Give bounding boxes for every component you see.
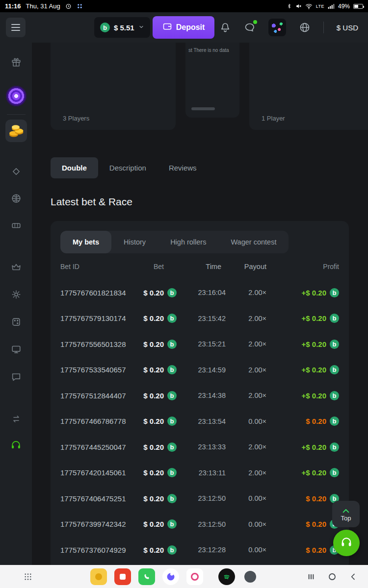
bet-profit: +$ 0.20b: [266, 468, 339, 477]
language-globe-icon[interactable]: [299, 22, 311, 33]
bet-profit: $ 0.20b: [266, 545, 339, 555]
tab-description[interactable]: Description: [98, 157, 158, 178]
avatar[interactable]: [268, 19, 286, 36]
sidebar-item-double-game[interactable]: [5, 85, 27, 107]
tab-double[interactable]: Double: [51, 157, 98, 178]
table-row: 1775767406475251 $ 0.20b 23:12:50 0.00× …: [60, 486, 339, 512]
tab-wager-contest[interactable]: Wager contest: [218, 231, 289, 253]
basketball-icon: [11, 193, 22, 206]
main-content: 3 Players st There is no data 1 Player D…: [32, 43, 368, 565]
bet-profit: $ 0.20b: [266, 519, 339, 529]
app-icon-1[interactable]: [90, 568, 107, 585]
tab-reviews[interactable]: Reviews: [158, 157, 208, 178]
coin-icon: b: [330, 314, 339, 323]
coin-icon: b: [330, 468, 339, 477]
battery-percent: 49%: [338, 3, 350, 10]
sidebar-item-sports[interactable]: [5, 190, 27, 209]
table-row: 1775767601821834 $ 0.20b 23:16:04 2.00× …: [60, 280, 339, 306]
home-button[interactable]: [328, 572, 337, 581]
ticket-icon: [11, 220, 22, 233]
bet-amount: $ 0.20b: [131, 494, 177, 503]
bet-amount: $ 0.20b: [131, 545, 177, 555]
bet-profit: +$ 0.20b: [266, 288, 339, 297]
bet-id: 1775767533540657: [60, 366, 131, 374]
sidebar-item-bonus[interactable]: [5, 53, 27, 73]
coin-icon: b: [330, 442, 339, 452]
col-bet-id: Bet ID: [60, 263, 131, 270]
back-button[interactable]: [349, 573, 357, 581]
tab-history[interactable]: History: [111, 231, 158, 253]
network-type-label: LTE: [316, 4, 324, 9]
bet-payout: 2.00×: [230, 392, 266, 399]
sidebar-item-lottery[interactable]: [5, 217, 27, 236]
coin-icon: b: [167, 365, 177, 374]
game-card-2[interactable]: st There is no data: [185, 43, 239, 118]
balance-amount: $ 5.51: [114, 24, 134, 32]
bet-id: 1775767399742342: [60, 520, 131, 528]
wifi-icon: [305, 3, 313, 9]
app-drawer-icon[interactable]: [24, 572, 32, 581]
spotify-app-icon[interactable]: [218, 568, 235, 585]
camera-app-icon[interactable]: [186, 568, 203, 585]
app-icon-4[interactable]: [162, 568, 179, 585]
coin-icon: b: [167, 314, 177, 323]
deposit-button[interactable]: Deposit: [153, 16, 215, 39]
dock: [90, 568, 256, 585]
bet-profit: $ 0.20b: [266, 494, 339, 503]
sidebar-item-support[interactable]: [5, 436, 27, 455]
currency-selector[interactable]: $ USD: [337, 24, 358, 32]
bet-profit: $ 0.20b: [266, 416, 339, 426]
support-fab[interactable]: [333, 530, 360, 556]
coins-game-thumb: [5, 120, 27, 142]
bet-amount: $ 0.20b: [131, 468, 177, 477]
bet-id: 1775767445250047: [60, 443, 131, 451]
bet-time: 23:16:04: [177, 289, 230, 296]
table-row: 1775767420145061 $ 0.20b 23:13:11 2.00× …: [60, 460, 339, 486]
chat-icon[interactable]: [244, 22, 256, 33]
bet-amount: $ 0.20b: [131, 442, 177, 452]
phone-app-icon[interactable]: [138, 568, 155, 585]
mute-icon: [295, 3, 302, 9]
bet-time: 23:15:21: [177, 340, 230, 348]
gift-icon: [11, 57, 22, 70]
table-row: 1775767466786778 $ 0.20b 23:13:54 0.00× …: [60, 409, 339, 435]
screen: 11:16 Thu, 31 Aug LTE 49%: [0, 0, 368, 588]
scroll-to-top-button[interactable]: Top: [332, 501, 360, 527]
sidebar-item-games[interactable]: [5, 313, 27, 333]
bet-id: 1775767512844407: [60, 392, 131, 400]
sidebar-item-settings[interactable]: [5, 286, 27, 305]
bet-id: 1775767406475251: [60, 494, 131, 503]
coin-icon: b: [167, 468, 177, 477]
apps-grid-icon: [77, 3, 83, 9]
signal-icon: [328, 3, 335, 9]
online-dot: [253, 20, 257, 24]
bet-id: 1775767601821834: [60, 289, 131, 297]
sidebar-item-casino[interactable]: [5, 163, 27, 182]
recents-button[interactable]: [307, 573, 315, 581]
diamond-icon: [11, 166, 22, 179]
balance-dropdown[interactable]: b $ 5.51: [94, 17, 150, 38]
menu-button[interactable]: [6, 18, 26, 37]
game-card-3[interactable]: 1 Player: [249, 43, 368, 130]
app-icon-2[interactable]: [114, 568, 131, 585]
sidebar-item-swap[interactable]: [5, 410, 27, 430]
tab-high-rollers[interactable]: High rollers: [158, 231, 218, 253]
dice-icon: [11, 317, 22, 329]
sidebar-item-forum[interactable]: [5, 368, 27, 388]
bet-payout: 2.00×: [230, 340, 266, 348]
game-card-1[interactable]: 3 Players: [51, 43, 176, 130]
bet-time: 23:15:42: [177, 315, 230, 322]
sidebar-item-vip[interactable]: [5, 258, 27, 278]
tab-my-bets[interactable]: My bets: [60, 231, 111, 253]
sidebar-item-live[interactable]: [5, 341, 27, 360]
section-title: Latest bet & Race: [51, 196, 368, 208]
bet-time: 23:13:33: [177, 443, 230, 451]
notifications-bell-icon[interactable]: [219, 22, 231, 33]
coin-icon: b: [330, 340, 339, 349]
alarm-icon: [65, 3, 72, 9]
col-time: Time: [177, 263, 230, 270]
sidebar-item-coins-game[interactable]: [5, 120, 27, 142]
monitor-icon: [11, 344, 22, 357]
coin-icon: b: [167, 494, 177, 503]
app-icon-7[interactable]: [244, 571, 256, 583]
